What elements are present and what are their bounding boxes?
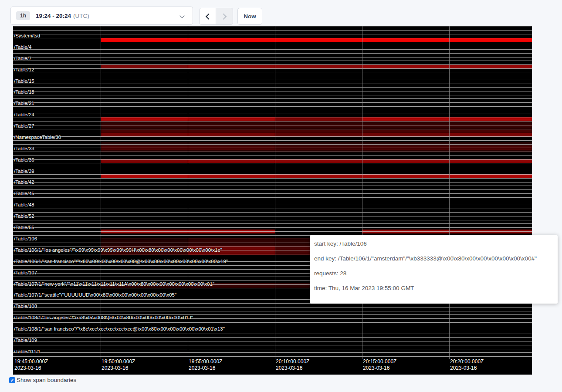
span-boundary-line <box>13 352 532 353</box>
row-label: /Table/107/1/"new york"/"\x11\x11\x11\x1… <box>14 281 214 287</box>
span-boundary-line <box>13 349 532 349</box>
span-boundary-line <box>13 125 532 125</box>
span-boundary-line <box>13 148 532 148</box>
span-boundary-line <box>13 356 532 357</box>
row-label: /Table/36 <box>14 157 34 162</box>
span-boundary-line <box>13 337 532 338</box>
span-boundary-line <box>13 216 532 216</box>
span-boundary-line <box>13 30 532 31</box>
heat-band-segment[interactable] <box>275 174 362 178</box>
tooltip-time: time: Thu, 16 Mar 2023 19:55:00 GMT <box>314 285 553 291</box>
heat-band-segment[interactable] <box>101 174 188 178</box>
row-label: /Table/106 <box>14 236 37 241</box>
heat-band-segment[interactable] <box>449 174 532 178</box>
span-boundary-line <box>13 87 532 88</box>
axis-tick-date: 2023-03-16 <box>450 365 484 372</box>
key-visualizer-canvas[interactable]: /System/tsd/Table/4/Table/7/Table/12/Tab… <box>13 26 532 375</box>
span-boundary-line <box>13 155 532 156</box>
show-span-boundaries-checkbox[interactable]: ✓ <box>9 377 15 383</box>
heat-band-segment[interactable] <box>362 64 449 68</box>
span-boundary-line <box>13 80 532 80</box>
axis-tick-date: 2023-03-16 <box>363 365 396 372</box>
span-boundary-line <box>13 129 532 129</box>
span-boundary-line <box>13 84 532 84</box>
heat-band-segment[interactable] <box>449 64 532 68</box>
span-tooltip: start key: /Table/106 end key: /Table/10… <box>310 235 558 304</box>
previous-time-button[interactable] <box>199 8 216 25</box>
footer-controls: ✓ Show span boundaries <box>9 377 76 383</box>
row-label: /Table/7 <box>14 56 31 61</box>
row-label: /Table/55 <box>14 225 34 230</box>
axis-tick-time: 20:10:00.000Z <box>276 358 309 365</box>
span-boundary-line <box>13 98 532 99</box>
span-boundary-line <box>13 345 532 345</box>
span-boundary-line <box>13 231 532 232</box>
time-gridline <box>188 26 188 359</box>
row-label: /Table/107 <box>14 270 37 275</box>
now-button[interactable]: Now <box>237 8 262 25</box>
span-boundary-line <box>13 91 532 91</box>
time-gridline <box>275 26 275 359</box>
span-boundary-line <box>13 34 532 34</box>
heat-band-segment[interactable] <box>362 174 449 178</box>
span-boundary-line <box>13 307 532 308</box>
row-label: /Table/24 <box>14 112 34 117</box>
span-boundary-line <box>13 182 532 182</box>
span-boundary-line <box>13 68 532 69</box>
axis-tick-label: 19:55:00.000Z2023-03-16 <box>189 358 222 372</box>
axis-tick-date: 2023-03-16 <box>189 365 222 372</box>
row-label: /Table/18 <box>14 89 34 95</box>
axis-tick-label: 20:15:00.000Z2023-03-16 <box>363 358 396 372</box>
span-boundary-line <box>13 133 532 133</box>
row-label: /Table/15 <box>14 78 34 84</box>
time-range-selector[interactable]: 1h 19:24 - 20:24 (UTC) <box>10 7 193 25</box>
row-label: /Table/106/1/"san francisco"/"\x80\x00\x… <box>14 259 228 264</box>
row-label: /Table/12 <box>14 67 34 72</box>
span-boundary-line <box>13 64 532 65</box>
chevron-left-icon <box>205 13 211 19</box>
heat-band-segment[interactable] <box>101 64 188 68</box>
span-boundary-line <box>13 193 532 194</box>
span-boundary-line <box>13 212 532 213</box>
span-boundary-line <box>13 152 532 152</box>
span-boundary-line <box>13 57 532 57</box>
axis-tick-time: 19:55:00.000Z <box>189 358 222 365</box>
span-boundary-line <box>13 53 532 54</box>
row-label: /Table/52 <box>14 213 34 219</box>
row-label: /Table/21 <box>14 101 34 106</box>
axis-tick-label: 20:10:00.000Z2023-03-16 <box>276 358 309 372</box>
row-label: /Table/42 <box>14 179 34 185</box>
heat-band-segment[interactable] <box>275 64 362 68</box>
span-boundary-line <box>13 163 532 163</box>
row-label: /Table/108/1/"san francisco"/"\x8c\xcc\x… <box>14 326 225 331</box>
span-boundary-line <box>13 110 532 110</box>
span-boundary-line <box>13 27 532 27</box>
span-boundary-line <box>13 178 532 179</box>
span-boundary-line <box>13 136 532 137</box>
span-boundary-line <box>13 186 532 186</box>
span-boundary-line <box>13 201 532 201</box>
axis-tick-time: 19:50:00.000Z <box>102 358 135 365</box>
span-boundary-line <box>13 144 532 145</box>
axis-tick-time: 20:20:00.000Z <box>450 358 484 365</box>
axis-tick-time: 19:45:00.000Z <box>14 358 48 365</box>
span-boundary-line <box>13 72 532 72</box>
next-time-button[interactable] <box>216 8 233 25</box>
heat-band-segment[interactable] <box>188 64 275 68</box>
span-boundary-line <box>13 171 532 171</box>
row-label: /Table/108 <box>14 304 37 309</box>
span-boundary-line <box>13 220 532 220</box>
time-nav-group <box>199 8 233 25</box>
chevron-right-icon <box>220 13 227 19</box>
heat-band-segment[interactable] <box>101 38 532 42</box>
span-boundary-line <box>13 167 532 167</box>
time-gridline <box>362 26 362 359</box>
heat-band-segment[interactable] <box>101 150 532 152</box>
heat-band-segment[interactable] <box>188 174 275 178</box>
time-gridline <box>101 26 101 359</box>
tooltip-requests: requests: 28 <box>314 270 553 277</box>
row-label: /Table/107/1/"seattle"/"UUUUUUD\x00\x80\… <box>14 292 176 297</box>
span-boundary-line <box>13 42 532 42</box>
row-label: /Table/27 <box>14 123 34 128</box>
span-boundary-line <box>13 102 532 103</box>
